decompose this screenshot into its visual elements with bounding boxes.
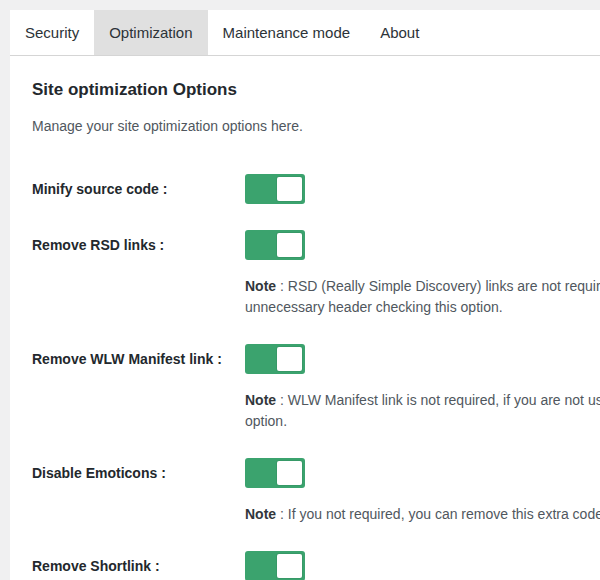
setting-note: Note : WLW Manifest link is not required…: [245, 390, 600, 432]
setting-control: Note : WLW Manifest link is not required…: [245, 344, 600, 432]
page-subtitle: Manage your site optimization options he…: [32, 118, 600, 134]
tab-bar: Security Optimization Maintenance mode A…: [10, 10, 600, 56]
setting-row-remove-wlw-manifest-link: Remove WLW Manifest link : Note : WLW Ma…: [32, 344, 600, 432]
note-line: Note : RSD (Really Simple Discovery) lin…: [245, 276, 600, 297]
toggle-knob: [277, 461, 302, 485]
toggle-knob: [277, 554, 302, 578]
toggle-knob: [277, 233, 302, 257]
setting-note: Note : RSD (Really Simple Discovery) lin…: [245, 276, 600, 318]
optimization-panel: Site optimization Options Manage your si…: [10, 56, 600, 580]
toggle-knob: [277, 347, 302, 371]
setting-row-remove-shortlink: Remove Shortlink :: [32, 551, 600, 580]
setting-row-minify-source-code: Minify source code :: [32, 174, 600, 204]
toggle-minify-source-code[interactable]: [245, 174, 305, 204]
tab-maintenance-mode[interactable]: Maintenance mode: [208, 10, 366, 55]
toggle-remove-rsd-links[interactable]: [245, 230, 305, 260]
toggle-knob: [277, 177, 302, 201]
note-label: Note: [245, 278, 276, 294]
toggle-remove-wlw-manifest-link[interactable]: [245, 344, 305, 374]
setting-control: Note : If you not required, you can remo…: [245, 458, 600, 525]
note-line: Note : If you not required, you can remo…: [245, 504, 600, 525]
tab-optimization[interactable]: Optimization: [94, 10, 207, 55]
setting-label: Remove WLW Manifest link :: [32, 344, 245, 374]
note-text: : RSD (Really Simple Discovery) links ar…: [276, 278, 600, 294]
settings-list: Minify source code : Remove RSD links : …: [32, 174, 600, 580]
toggle-disable-emoticons[interactable]: [245, 458, 305, 488]
tab-security[interactable]: Security: [10, 10, 94, 55]
setting-label: Minify source code :: [32, 174, 245, 204]
tab-about[interactable]: About: [365, 10, 434, 55]
note-line: unnecessary header checking this option.: [245, 297, 600, 318]
note-line: option.: [245, 411, 600, 432]
note-line: Note : WLW Manifest link is not required…: [245, 390, 600, 411]
toggle-remove-shortlink[interactable]: [245, 551, 305, 580]
setting-control: [245, 174, 600, 204]
setting-note: Note : If you not required, you can remo…: [245, 504, 600, 525]
setting-row-disable-emoticons: Disable Emoticons : Note : If you not re…: [32, 458, 600, 525]
setting-row-remove-rsd-links: Remove RSD links : Note : RSD (Really Si…: [32, 230, 600, 318]
note-text: : If you not required, you can remove th…: [276, 506, 600, 522]
setting-label: Disable Emoticons :: [32, 458, 245, 488]
setting-label: Remove RSD links :: [32, 230, 245, 260]
settings-page: Security Optimization Maintenance mode A…: [10, 10, 600, 580]
page-title: Site optimization Options: [32, 80, 600, 100]
setting-control: Note : RSD (Really Simple Discovery) lin…: [245, 230, 600, 318]
note-text: : WLW Manifest link is not required, if …: [276, 392, 600, 408]
setting-control: [245, 551, 600, 580]
setting-label: Remove Shortlink :: [32, 551, 245, 580]
note-label: Note: [245, 392, 276, 408]
note-label: Note: [245, 506, 276, 522]
